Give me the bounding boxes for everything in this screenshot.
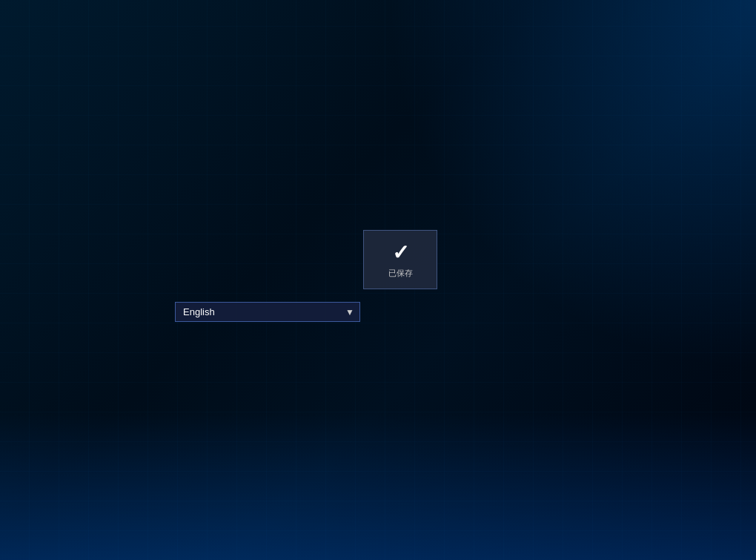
system-language-dropdown-wrapper: English Simplified Chinese Traditional C… (175, 302, 360, 322)
system-language-select[interactable]: English Simplified Chinese Traditional C… (175, 302, 360, 322)
